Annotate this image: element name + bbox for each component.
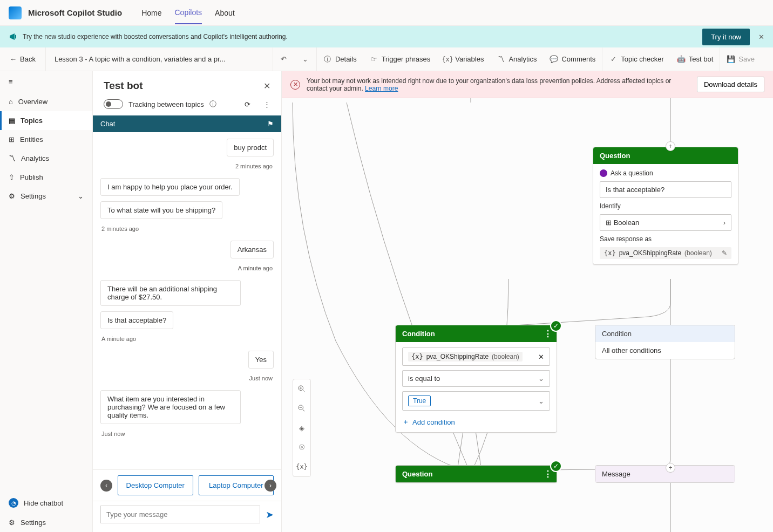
details-button[interactable]: ⓘDetails bbox=[317, 47, 363, 71]
hide-chatbot-button[interactable]: ◔Hide chatbot bbox=[0, 493, 92, 513]
condition-value-select[interactable]: True ⌄ bbox=[402, 391, 550, 411]
dlp-message: Your bot may not work as intended right … bbox=[307, 77, 671, 92]
zoom-reset-button[interactable]: ◈ bbox=[293, 418, 311, 438]
node-header[interactable]: Condition ⋮ bbox=[396, 325, 557, 342]
sidebar-settings-bottom[interactable]: ⚙Settings bbox=[0, 513, 92, 532]
promo-close-icon[interactable]: ✕ bbox=[758, 33, 764, 41]
entity-icon: ⊞ bbox=[606, 219, 612, 227]
reload-icon[interactable]: ⟳ bbox=[245, 100, 250, 108]
node-header[interactable]: Question ⋮ bbox=[396, 466, 557, 482]
node-menu-button[interactable]: ⋮ bbox=[544, 469, 552, 479]
info-icon[interactable]: ⓘ bbox=[209, 99, 216, 109]
condition-variable-select[interactable]: {x} pva_OKShippingRate (boolean) ✕ bbox=[402, 347, 550, 366]
product-logo-icon bbox=[9, 6, 22, 19]
tracking-toggle[interactable] bbox=[104, 99, 123, 109]
suggestion-prev[interactable]: ‹ bbox=[100, 480, 112, 492]
suggestion-next[interactable]: › bbox=[265, 480, 276, 492]
sidebar-item-entities[interactable]: ⊞Entities bbox=[0, 130, 92, 149]
comments-label: Comments bbox=[561, 55, 595, 63]
identify-select[interactable]: ⊞ Boolean › bbox=[600, 214, 731, 231]
chevron-down-icon: ⌄ bbox=[538, 374, 544, 383]
variables-label: Variables bbox=[455, 55, 484, 63]
clear-icon[interactable]: ✕ bbox=[538, 353, 544, 361]
comment-icon: 💬 bbox=[550, 55, 558, 64]
hamburger-button[interactable]: ≡ bbox=[0, 71, 92, 92]
variable-type: (boolean) bbox=[492, 353, 519, 360]
test-bot-title: Test bot bbox=[104, 80, 263, 92]
arrow-left-icon: ← bbox=[10, 55, 17, 63]
gear-icon: ⚙ bbox=[9, 519, 15, 527]
sidebar-item-analytics[interactable]: 〽Analytics bbox=[0, 149, 92, 168]
test-bot-button[interactable]: 🤖Test bot bbox=[670, 47, 720, 71]
check-badge-icon: ✓ bbox=[550, 320, 562, 332]
nav-home[interactable]: Home bbox=[141, 2, 161, 24]
timestamp: A minute ago bbox=[101, 336, 136, 342]
analytics-icon: 〽 bbox=[497, 55, 505, 64]
undo-button[interactable]: ↶ bbox=[273, 47, 295, 71]
nav-about[interactable]: About bbox=[215, 2, 235, 24]
back-button[interactable]: ← Back bbox=[0, 55, 45, 63]
sidebar-item-publish[interactable]: ⇧Publish bbox=[0, 168, 92, 187]
zoom-out-button[interactable] bbox=[293, 399, 311, 418]
question-node[interactable]: Question Ask a question Is that acceptab… bbox=[593, 147, 738, 265]
question-node-2[interactable]: ✓ Question ⋮ bbox=[395, 465, 557, 483]
send-icon[interactable]: ➤ bbox=[266, 509, 274, 521]
add-condition-label: Add condition bbox=[412, 418, 455, 426]
ask-question-label: Ask a question bbox=[600, 169, 731, 177]
node-header[interactable]: Message bbox=[595, 466, 735, 482]
promo-banner: Try the new studio experience with boost… bbox=[0, 26, 773, 47]
save-button[interactable]: 💾Save bbox=[720, 47, 761, 71]
try-it-now-button[interactable]: Try it now bbox=[702, 29, 750, 45]
save-label: Save bbox=[738, 55, 755, 63]
variable-chip[interactable]: {x} pva_OKShippingRate (boolean) ✎ bbox=[600, 247, 731, 259]
topic-checker-button[interactable]: ✓Topic checker bbox=[602, 47, 670, 71]
condition-operator-select[interactable]: is equal to ⌄ bbox=[402, 370, 550, 387]
svg-line-5 bbox=[303, 410, 305, 412]
save-response-label: Save response as bbox=[600, 235, 731, 243]
error-icon: ✕ bbox=[290, 80, 300, 90]
question-text-input[interactable]: Is that acceptable? bbox=[600, 181, 731, 198]
promo-text: Try the new studio experience with boost… bbox=[23, 33, 702, 40]
edit-icon[interactable]: ✎ bbox=[722, 249, 727, 257]
test-bot-label: Test bot bbox=[689, 55, 714, 63]
node-menu-button[interactable]: ⋮ bbox=[544, 329, 552, 339]
download-details-button[interactable]: Download details bbox=[697, 77, 764, 92]
variables-panel-button[interactable]: {x} bbox=[293, 457, 311, 476]
suggestion-laptop[interactable]: Laptop Computer› bbox=[199, 475, 274, 495]
more-icon[interactable]: ⋮ bbox=[263, 100, 270, 108]
timestamp: 2 minutes ago bbox=[101, 226, 139, 232]
add-node-button[interactable] bbox=[666, 141, 675, 151]
suggestion-desktop[interactable]: Desktop Computer bbox=[118, 475, 193, 495]
nav-copilots[interactable]: Copilots bbox=[175, 2, 202, 24]
comments-button[interactable]: 💬Comments bbox=[543, 47, 602, 71]
node-title: Question bbox=[600, 152, 630, 160]
sidebar-item-topics[interactable]: ▤Topics bbox=[0, 111, 92, 130]
toolbar: ← Back Lesson 3 - A topic with a conditi… bbox=[0, 47, 773, 71]
sidebar-label: Analytics bbox=[21, 154, 49, 162]
node-header[interactable]: Question bbox=[593, 147, 738, 164]
breadcrumb[interactable]: Lesson 3 - A topic with a condition, var… bbox=[46, 55, 273, 63]
close-icon[interactable]: ✕ bbox=[263, 81, 270, 91]
condition-node[interactable]: ✓ Condition ⋮ {x} pva_OKShippingRate (bo… bbox=[395, 325, 557, 433]
trigger-phrases-button[interactable]: ☞Trigger phrases bbox=[363, 47, 437, 71]
sidebar-item-settings[interactable]: ⚙Settings⌄ bbox=[0, 187, 92, 206]
minimap-button[interactable]: ⦾ bbox=[293, 438, 311, 457]
megaphone-icon bbox=[9, 32, 17, 41]
add-node-button[interactable] bbox=[666, 463, 675, 473]
message-node[interactable]: Message bbox=[595, 465, 735, 483]
condition-else-node[interactable]: Condition All other conditions bbox=[595, 325, 735, 359]
redo-dropdown[interactable]: ⌄ bbox=[295, 47, 316, 71]
add-condition-button[interactable]: ＋ Add condition bbox=[402, 415, 550, 427]
chat-input[interactable] bbox=[100, 506, 260, 523]
variables-button[interactable]: {x}Variables bbox=[437, 47, 490, 71]
authoring-canvas[interactable]: ✕ Your bot may not work as intended righ… bbox=[282, 71, 773, 532]
learn-more-link[interactable]: Learn more bbox=[365, 85, 398, 92]
zoom-controls: ◈ ⦾ {x} bbox=[293, 379, 311, 477]
analytics-button[interactable]: 〽Analytics bbox=[490, 47, 543, 71]
chat-body[interactable]: buy prodct 2 minutes ago I am happy to h… bbox=[93, 132, 281, 469]
node-header[interactable]: Condition bbox=[595, 325, 735, 342]
zoom-in-button[interactable] bbox=[293, 379, 311, 399]
flag-icon[interactable]: ⚑ bbox=[267, 120, 274, 128]
sidebar-item-overview[interactable]: ⌂Overview bbox=[0, 92, 92, 111]
bot-message: There will be an additional shipping cha… bbox=[100, 280, 241, 306]
